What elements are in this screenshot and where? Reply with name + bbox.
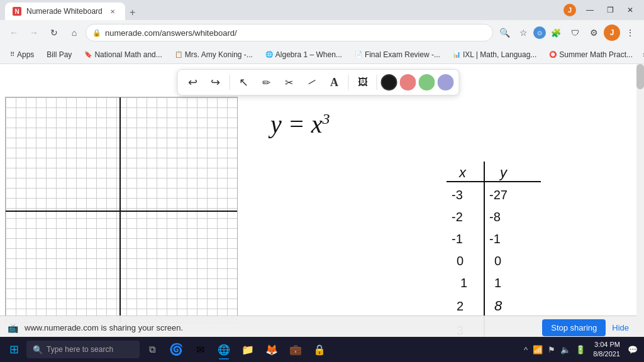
taskbar-search[interactable]: 🔍 Type here to search (26, 341, 140, 358)
minimize-btn[interactable]: — (581, 1, 599, 19)
tab-title: Numerade Whiteboard (26, 7, 103, 16)
svg-text:-27: -27 (489, 188, 508, 202)
new-tab-btn[interactable]: + (125, 5, 140, 20)
bookmarks-bar: ⠿ Apps Bill Pay 🔖 National Math and... 📋… (0, 45, 644, 64)
tray-wifi[interactable]: ⚑ (547, 344, 557, 356)
toolbar-sep3 (377, 75, 377, 90)
taskbar-tray: ^ 📶 ⚑ 🔈 🔋 3:04 PM 8/8/2021 💬 (523, 340, 641, 359)
apps-icon: ⠿ (10, 51, 14, 58)
svg-text:0: 0 (457, 254, 464, 268)
hide-btn[interactable]: Hide (612, 323, 629, 332)
system-clock[interactable]: 3:04 PM 8/8/2021 (589, 340, 624, 359)
active-tab[interactable]: N Numerade Whiteboard ✕ (5, 3, 125, 20)
close-btn[interactable]: ✕ (621, 1, 639, 19)
bk-amy-label: Mrs. Amy Koning -... (185, 50, 253, 59)
share-message: www.numerade.com is sharing your screen. (25, 323, 536, 332)
select-tool-btn[interactable]: ↖ (234, 72, 254, 92)
bk-ixl-icon: 📊 (453, 51, 460, 58)
bk-amy-icon: 📋 (175, 51, 182, 58)
bk-apps[interactable]: ⠿ Apps (5, 49, 39, 60)
taskbar-mail[interactable]: ✉ (189, 338, 211, 361)
tray-notification[interactable]: 💬 (626, 344, 639, 356)
redo-btn[interactable]: ↪ (206, 72, 226, 92)
tray-network[interactable]: 📶 (531, 344, 544, 356)
lock-icon: 🔒 (92, 29, 101, 37)
tray-chevron[interactable]: ^ (523, 344, 529, 356)
bk-summer-label: Summer Math Pract... (559, 50, 633, 59)
text-tool-btn[interactable]: A (325, 72, 345, 92)
bk-math1[interactable]: 🔖 National Math and... (79, 49, 167, 60)
scrollbar[interactable] (636, 64, 644, 362)
menu-btn[interactable]: ⋮ (621, 24, 639, 41)
image-btn[interactable]: 🖼 (353, 72, 373, 92)
forward-btn[interactable]: → (25, 24, 43, 41)
address-bar[interactable]: 🔒 numerade.com/answers/whiteboard/ (86, 24, 493, 41)
screen-share-bar: 📺 www.numerade.com is sharing your scree… (0, 315, 636, 339)
toolbar-sep2 (348, 75, 349, 90)
bookmarks-more-btn[interactable]: » (640, 49, 644, 60)
windows-logo: ⊞ (9, 343, 19, 356)
tools-btn[interactable]: ✂ (279, 72, 299, 92)
taskbar-app5[interactable]: 🦊 (260, 338, 283, 361)
svg-text:-2: -2 (452, 210, 463, 224)
bk-billpay[interactable]: Bill Pay (42, 49, 77, 60)
scrollbar-thumb[interactable] (636, 64, 644, 89)
bk-billpay-label: Bill Pay (47, 50, 72, 59)
x-axis (6, 211, 237, 212)
search-icon-btn[interactable]: 🔍 (496, 24, 513, 41)
bk-exam[interactable]: 📄 Final Exam Review -... (350, 49, 445, 60)
bk-summer[interactable]: ⭕ Summer Math Pract... (544, 49, 638, 60)
tray-speakers[interactable]: 🔈 (559, 344, 572, 356)
start-btn[interactable]: ⊞ (3, 338, 25, 361)
pen-tool-btn[interactable]: ✏ (257, 72, 277, 92)
bk-exam-icon: 📄 (355, 51, 362, 58)
tray-battery[interactable]: 🔋 (574, 344, 587, 356)
content-area: ↩ ↪ ↖ ✏ ✂ / A 🖼 (0, 64, 644, 362)
svg-text:1: 1 (460, 276, 467, 290)
share-icon: 📺 (8, 323, 18, 333)
taskbar-chrome[interactable]: 🌐 (213, 338, 235, 361)
tab-favicon: N (13, 7, 21, 16)
user-profile-btn[interactable]: J (604, 25, 620, 41)
back-btn[interactable]: ← (5, 24, 23, 41)
profile-icon[interactable]: J (561, 1, 579, 19)
refresh-btn[interactable]: ↻ (45, 24, 63, 41)
bk-algebra[interactable]: 🌐 Algebra 1 – When... (260, 49, 347, 60)
svg-text:-3: -3 (452, 188, 463, 202)
clock-date: 8/8/2021 (593, 349, 620, 359)
tab-close-btn[interactable]: ✕ (108, 6, 118, 16)
window-controls: J — ❐ ✕ (561, 1, 639, 19)
taskbar-edge[interactable]: 🌀 (165, 338, 187, 361)
bk-algebra-icon: 🌐 (265, 51, 273, 58)
bk-amy[interactable]: 📋 Mrs. Amy Koning -... (170, 49, 258, 60)
marker-btn[interactable]: / (297, 68, 326, 96)
color-purple-btn[interactable] (438, 74, 454, 90)
taskbar-app7[interactable]: 🔒 (308, 338, 331, 361)
taskbar-task-view[interactable]: ⧉ (141, 338, 164, 361)
bk-summer-icon: ⭕ (549, 51, 557, 58)
ext2-btn[interactable]: 🧩 (547, 24, 565, 41)
home-btn[interactable]: ⌂ (65, 24, 83, 41)
svg-text:2: 2 (457, 299, 464, 313)
taskbar-files[interactable]: 📁 (236, 338, 259, 361)
bk-math1-label: National Math and... (94, 50, 162, 59)
whiteboard-toolbar: ↩ ↪ ↖ ✏ ✂ / A 🖼 (177, 69, 460, 96)
ext1-btn[interactable]: ⊙ (533, 26, 546, 39)
taskbar-app6[interactable]: 💼 (284, 338, 307, 361)
bk-apps-label: Apps (17, 50, 34, 59)
color-pink-btn[interactable] (400, 74, 416, 90)
stop-sharing-btn[interactable]: Stop sharing (542, 319, 606, 336)
bk-algebra-label: Algebra 1 – When... (275, 50, 342, 59)
color-green-btn[interactable] (419, 74, 435, 90)
undo-btn[interactable]: ↩ (183, 72, 203, 92)
bookmark-star-btn[interactable]: ☆ (514, 24, 532, 41)
bk-ixl[interactable]: 📊 IXL | Math, Languag... (448, 49, 541, 60)
color-black-btn[interactable] (381, 74, 397, 90)
svg-text:-1: -1 (452, 232, 463, 246)
ext3-btn[interactable]: 🛡 (566, 24, 584, 41)
title-bar: N Numerade Whiteboard ✕ + J — ❐ ✕ (0, 0, 644, 20)
ext4-btn[interactable]: ⚙ (585, 24, 602, 41)
tab-area: N Numerade Whiteboard ✕ + (5, 0, 556, 20)
maximize-btn[interactable]: ❐ (601, 1, 619, 19)
bk-ixl-label: IXL | Math, Languag... (463, 50, 536, 59)
